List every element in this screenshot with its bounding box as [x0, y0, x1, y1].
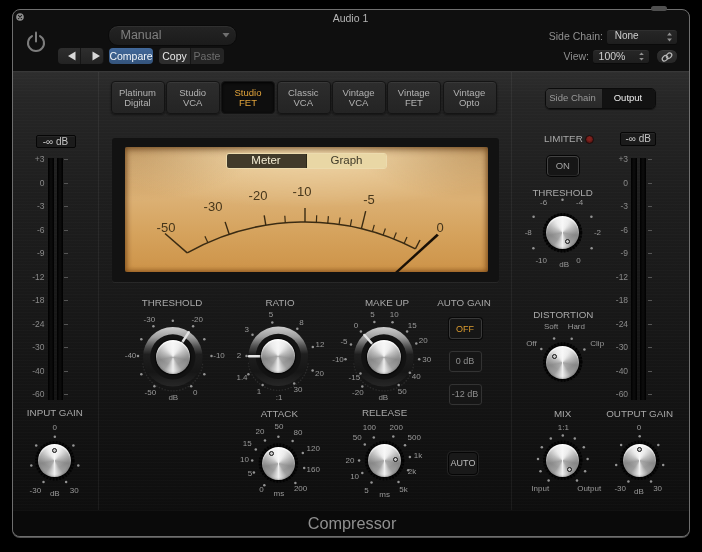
svg-text:-30: -30: [204, 199, 223, 214]
svg-text:-20: -20: [249, 188, 268, 203]
svg-text:-50: -50: [157, 220, 176, 235]
svg-text:-5: -5: [363, 192, 375, 207]
svg-text:-10: -10: [293, 184, 312, 199]
svg-text:0: 0: [436, 220, 443, 235]
